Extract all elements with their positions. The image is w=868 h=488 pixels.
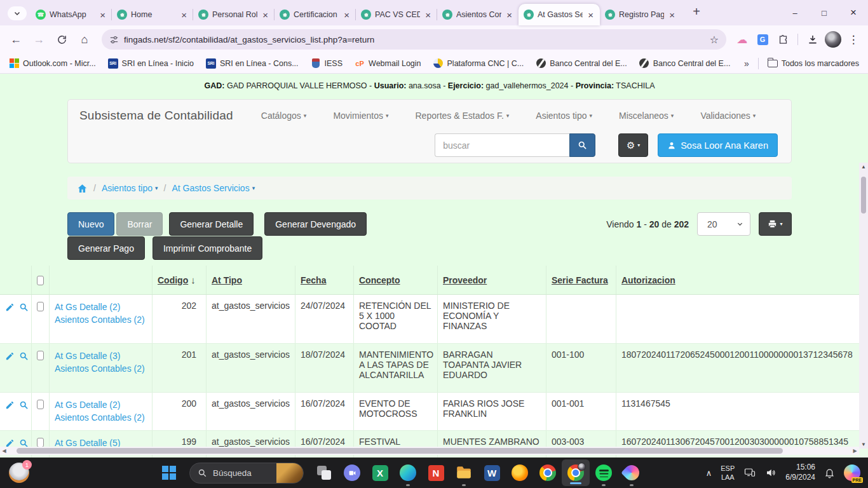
start-button[interactable] (155, 458, 183, 488)
settings-dropdown-button[interactable]: ⚙ ▾ (618, 133, 648, 157)
horizontal-scrollbar-thumb[interactable] (17, 448, 783, 454)
header-serie-factura[interactable]: Serie Factura (546, 266, 616, 294)
tab-close-icon[interactable]: × (587, 10, 595, 20)
asientos-contables-link[interactable]: Asientos Contables (2) (55, 411, 147, 424)
row-checkbox[interactable] (37, 400, 44, 409)
taskbar-user-avatar[interactable]: 1 (9, 463, 29, 483)
spotify-button[interactable] (590, 458, 618, 488)
tab-close-icon[interactable]: × (98, 10, 107, 20)
menu-reportes[interactable]: Reportes & Estados F.▾ (416, 111, 510, 121)
reload-icon[interactable] (52, 30, 71, 49)
at-gs-detalle-link[interactable]: At Gs Detalle (2) (55, 301, 147, 313)
paint-app-button[interactable] (618, 458, 646, 488)
search-input[interactable] (435, 133, 569, 157)
new-tab-button[interactable]: + (688, 3, 705, 20)
bookmark-sri-inicio[interactable]: SRI SRI en Línea - Inicio (108, 58, 194, 69)
tab-close-icon[interactable]: × (505, 10, 513, 20)
tab-whatsapp[interactable]: ☎ WhatsApp × (31, 4, 112, 25)
home-icon[interactable]: ⌂ (75, 30, 94, 49)
scroll-down-icon[interactable]: ▼ (859, 442, 868, 447)
tab-search-button[interactable] (8, 6, 27, 20)
network-display-icon[interactable] (743, 467, 756, 478)
search-highlight-image[interactable] (276, 463, 303, 484)
at-gs-detalle-link[interactable]: At Gs Detalle (3) (55, 349, 147, 362)
back-icon[interactable]: ← (6, 30, 25, 49)
borrar-button[interactable]: Borrar (116, 212, 163, 236)
word-button[interactable]: W (478, 458, 506, 488)
header-at-tipo[interactable]: At Tipo (207, 266, 295, 294)
bookmarks-overflow-icon[interactable]: » (744, 58, 749, 69)
at-gs-detalle-link[interactable]: At Gs Detalle (2) (55, 398, 147, 411)
scroll-right-icon[interactable]: ▶ (851, 448, 859, 454)
tab-home[interactable]: Home × (112, 4, 193, 25)
header-fecha[interactable]: Fecha (295, 266, 354, 294)
all-bookmarks-button[interactable]: Todos los marcadores (768, 58, 859, 69)
print-dropdown-button[interactable]: ▾ (759, 212, 792, 236)
row-checkbox[interactable] (37, 438, 44, 447)
teams-chat-button[interactable] (338, 458, 366, 488)
bookmark-iess[interactable]: IESS (311, 58, 343, 69)
tab-close-icon[interactable]: × (180, 10, 188, 20)
row-checkbox[interactable] (37, 302, 44, 311)
menu-validaciones[interactable]: Validaciones▾ (700, 111, 756, 121)
vertical-scrollbar-thumb[interactable] (861, 177, 866, 214)
chrome-active-window-button[interactable] (562, 459, 590, 486)
horizontal-scrollbar[interactable]: ◀ ▶ (0, 447, 859, 455)
breadcrumb-at-gastos-servicios[interactable]: At Gastos Servicios▾ (172, 183, 255, 193)
tab-registro-pago[interactable]: Registro Pag × (600, 4, 681, 25)
chrome-button[interactable] (534, 458, 562, 488)
weather-extension-icon[interactable]: ☁ (734, 31, 750, 48)
speaker-icon[interactable] (765, 467, 776, 478)
bookmark-star-icon[interactable]: ☆ (710, 34, 719, 46)
bookmark-outlook[interactable]: Outlook.com - Micr... (9, 58, 96, 69)
taskbar-search[interactable]: Búsqueda (189, 463, 304, 484)
view-magnifier-icon[interactable] (19, 302, 29, 337)
bookmark-banco-central-2[interactable]: Banco Central del E... (639, 58, 731, 69)
file-explorer-button[interactable] (450, 458, 478, 488)
header-proveedor[interactable]: Proveedor (438, 266, 546, 294)
browser-menu-icon[interactable]: ⋮ (845, 31, 862, 48)
window-minimize-button[interactable]: – (780, 0, 810, 25)
clock[interactable]: 15:06 6/9/2024 (785, 463, 815, 482)
window-close-button[interactable]: × (839, 0, 868, 25)
breadcrumb-home-icon[interactable] (77, 183, 88, 194)
copilot-icon[interactable]: PRE (844, 464, 860, 481)
nuevo-button[interactable]: Nuevo (67, 212, 114, 236)
url-text[interactable]: fingads.net/sf2/contabilidad/at_gastos_s… (124, 35, 705, 44)
language-indicator[interactable]: ESP LAA (721, 464, 735, 482)
site-info-icon[interactable] (109, 35, 119, 44)
forward-icon[interactable]: → (29, 30, 48, 49)
menu-catalogos[interactable]: Catálogos▾ (261, 111, 307, 121)
pdf-app-button[interactable]: N (422, 458, 450, 488)
page-size-select[interactable]: 20 (697, 212, 750, 236)
window-maximize-button[interactable]: □ (810, 0, 839, 25)
tray-expand-icon[interactable]: ∧ (706, 468, 712, 478)
select-all-checkbox[interactable] (37, 276, 44, 285)
extensions-puzzle-icon[interactable] (775, 31, 791, 48)
bookmark-cnc[interactable]: Plataforma CNC | C... (433, 58, 524, 69)
firefox-button[interactable] (506, 458, 534, 488)
header-autorizacion[interactable]: Autorizacion (616, 266, 868, 294)
downloads-icon[interactable] (804, 31, 821, 48)
view-magnifier-icon[interactable] (19, 351, 29, 386)
tab-close-icon[interactable]: × (668, 10, 676, 20)
scroll-left-icon[interactable]: ◀ (0, 448, 8, 454)
tab-asientos-contables[interactable]: Asientos Cor × (437, 4, 519, 25)
generar-detalle-button[interactable]: Generar Detalle (169, 212, 254, 236)
tab-pac-vs-cedu[interactable]: PAC VS CEDU × (356, 4, 437, 25)
generar-pago-button[interactable]: Generar Pago (67, 236, 145, 260)
edit-pencil-icon[interactable] (5, 302, 15, 337)
notifications-bell-icon[interactable] (824, 468, 835, 478)
edit-pencil-icon[interactable] (5, 400, 15, 424)
excel-button[interactable]: X (366, 458, 394, 488)
task-view-button[interactable] (310, 458, 338, 488)
header-codigo[interactable]: Codigo↓ (153, 266, 207, 294)
menu-movimientos[interactable]: Movimientos▾ (333, 111, 388, 121)
breadcrumb-asientos-tipo[interactable]: Asientos tipo▾ (102, 183, 158, 193)
asientos-contables-link[interactable]: Asientos Contables (2) (55, 313, 147, 326)
bookmark-banco-central-1[interactable]: Banco Central del E... (536, 58, 627, 69)
vertical-scrollbar[interactable]: ▲ ▼ (859, 163, 868, 449)
browser-profile-avatar[interactable] (825, 31, 841, 48)
bookmark-webmail[interactable]: cP Webmail Login (355, 58, 421, 69)
view-magnifier-icon[interactable] (19, 400, 29, 424)
